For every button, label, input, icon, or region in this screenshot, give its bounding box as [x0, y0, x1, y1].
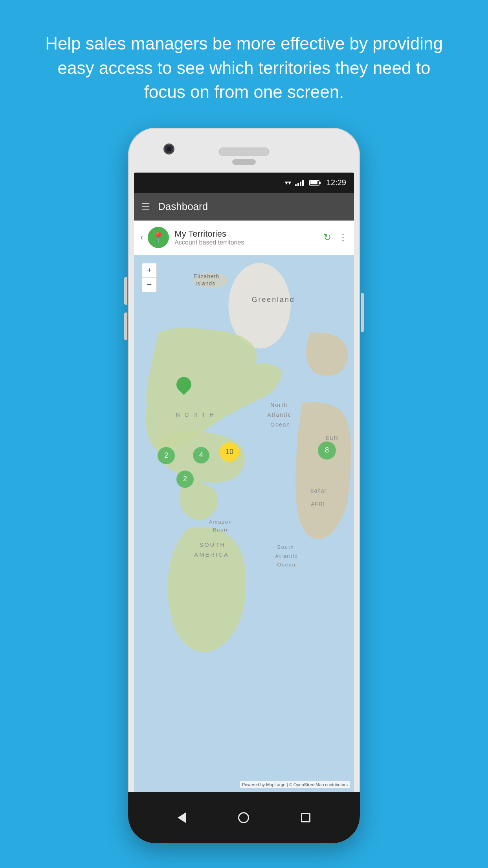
- status-icons: ▾▾ 12:29: [285, 178, 346, 187]
- cluster-marker-2-bottom[interactable]: 2: [176, 471, 194, 488]
- phone-top-hardware: [128, 128, 360, 173]
- cluster-marker-8[interactable]: 8: [318, 441, 336, 460]
- front-camera: [163, 143, 174, 154]
- location-pin-icon: 📍: [152, 232, 165, 244]
- header-actions: ↻ ⋮: [323, 232, 348, 243]
- refresh-icon[interactable]: ↻: [323, 232, 331, 243]
- tagline-text: Help sales managers be more effective by…: [0, 0, 488, 128]
- svg-text:South: South: [277, 544, 294, 550]
- hamburger-icon[interactable]: ☰: [141, 202, 150, 212]
- battery-fill: [310, 181, 317, 184]
- territory-subtitle: Account based territories: [174, 239, 323, 246]
- svg-text:Amazon: Amazon: [209, 519, 232, 525]
- svg-text:Atlantic: Atlantic: [267, 412, 291, 418]
- svg-text:AMERICA: AMERICA: [194, 552, 229, 558]
- map-pin-marker[interactable]: [176, 377, 191, 395]
- cluster-marker-10[interactable]: 10: [220, 442, 239, 462]
- territory-header: ‹ 📍 My Territories Account based territo…: [134, 221, 354, 255]
- cluster-marker-4[interactable]: 4: [193, 447, 209, 463]
- phone-shell: ▾▾ 12:29 ☰ Dashboard ‹: [128, 128, 360, 843]
- more-options-icon[interactable]: ⋮: [338, 232, 348, 243]
- map-attribution: Powered by MapLarge | © OpenStreetMap co…: [240, 781, 350, 788]
- app-bar-title: Dashboard: [158, 200, 208, 213]
- svg-text:EUR: EUR: [326, 435, 338, 441]
- app-bar: ☰ Dashboard: [134, 193, 354, 221]
- sensor-bar: [232, 159, 256, 165]
- svg-text:Sahar: Sahar: [310, 487, 327, 494]
- svg-text:SOUTH: SOUTH: [199, 542, 226, 548]
- zoom-out-button[interactable]: −: [142, 278, 156, 292]
- wifi-icon: ▾▾: [285, 179, 291, 186]
- cluster-marker-2-left[interactable]: 2: [158, 447, 175, 464]
- navigation-bar: [128, 792, 360, 843]
- svg-text:N O R T H: N O R T H: [176, 412, 215, 418]
- svg-text:Ocean: Ocean: [277, 562, 296, 568]
- back-triangle-icon: [178, 812, 186, 823]
- earpiece-speaker: [218, 147, 270, 156]
- recents-square-icon: [301, 813, 310, 822]
- nav-back-button[interactable]: [178, 812, 186, 823]
- svg-text:Basin: Basin: [213, 527, 229, 533]
- volume-down-button: [124, 313, 127, 340]
- signal-icon: [295, 180, 304, 186]
- nav-home-button[interactable]: [238, 812, 249, 823]
- home-circle-icon: [238, 812, 249, 823]
- battery-icon: [309, 180, 319, 186]
- volume-up-button: [124, 277, 127, 305]
- territory-name: My Territories: [174, 229, 323, 239]
- power-button: [361, 293, 364, 332]
- map-area[interactable]: Elizabeth Islands Greenland N O R T H No…: [134, 255, 354, 792]
- svg-text:Greenland: Greenland: [252, 296, 295, 303]
- zoom-in-button[interactable]: +: [142, 263, 156, 278]
- territory-info: My Territories Account based territories: [174, 229, 323, 246]
- svg-text:Islands: Islands: [195, 280, 215, 287]
- map-svg: Elizabeth Islands Greenland N O R T H No…: [134, 255, 354, 792]
- status-bar: ▾▾ 12:29: [134, 173, 354, 193]
- zoom-controls: + −: [142, 263, 157, 292]
- svg-text:Atlantic: Atlantic: [275, 553, 298, 559]
- phone-screen: ▾▾ 12:29 ☰ Dashboard ‹: [134, 173, 354, 792]
- svg-text:AFRI: AFRI: [311, 501, 325, 507]
- svg-text:Elizabeth: Elizabeth: [193, 273, 219, 280]
- svg-text:Ocean: Ocean: [270, 421, 290, 427]
- nav-recents-button[interactable]: [301, 813, 310, 822]
- territory-logo: 📍: [148, 227, 169, 248]
- svg-text:North: North: [270, 402, 288, 408]
- back-button[interactable]: ‹: [140, 232, 143, 243]
- status-time: 12:29: [327, 178, 346, 187]
